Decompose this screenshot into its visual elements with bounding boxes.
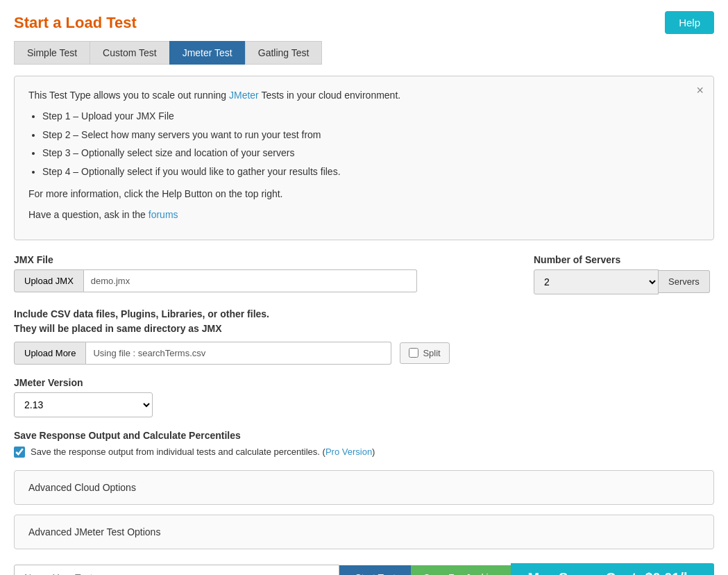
split-text: Split bbox=[423, 348, 440, 358]
step-4: Step 4 – Optionally select if you would … bbox=[42, 164, 700, 179]
save-jenkins-button[interactable]: Save For Jenkins bbox=[411, 565, 511, 575]
bottom-bar: Start Test Save For Jenkins Max Server C… bbox=[14, 563, 714, 575]
file-servers-section: JMX File Upload JMX Number of Servers 2 … bbox=[14, 254, 714, 294]
cost-display: Max Server Cost: $0.01/hr bbox=[511, 563, 714, 575]
tab-custom[interactable]: Custom Test bbox=[90, 41, 169, 65]
csv-file-input[interactable] bbox=[86, 342, 391, 365]
upload-jmx-button[interactable]: Upload JMX bbox=[14, 269, 84, 292]
help-button[interactable]: Help bbox=[665, 11, 714, 34]
advanced-cloud-section[interactable]: Advanced Cloud Options bbox=[14, 470, 714, 505]
advanced-jmeter-label: Advanced JMeter Test Options bbox=[28, 526, 160, 538]
forums-link[interactable]: forums bbox=[149, 209, 178, 220]
page-header: Start a Load Test Help bbox=[14, 11, 714, 34]
servers-group: Number of Servers 2 4 8 16 Servers bbox=[534, 254, 714, 294]
jmx-file-label: JMX File bbox=[14, 254, 506, 265]
advanced-cloud-label: Advanced Cloud Options bbox=[28, 482, 136, 493]
split-checkbox[interactable] bbox=[409, 348, 418, 358]
version-select[interactable]: 2.13 3.0 3.1 3.2 3.3 bbox=[14, 392, 153, 417]
step-2: Step 2 – Select how many servers you wan… bbox=[42, 127, 700, 142]
steps-list: Step 1 – Upload your JMX File Step 2 – S… bbox=[42, 108, 700, 179]
info-footer-2: Have a question, ask in the forums bbox=[28, 207, 700, 222]
info-footer-1: For more information, click the Help But… bbox=[28, 186, 700, 201]
info-intro: This Test Type allows you to scale out r… bbox=[28, 88, 700, 103]
advanced-jmeter-section[interactable]: Advanced JMeter Test Options bbox=[14, 515, 714, 549]
percentiles-text: Save the response output from individual… bbox=[31, 447, 375, 457]
jmx-file-group: JMX File Upload JMX bbox=[14, 254, 506, 292]
version-section: JMeter Version 2.13 3.0 3.1 3.2 3.3 bbox=[14, 377, 714, 417]
csv-input-row: Upload More Split bbox=[14, 342, 714, 365]
start-test-button[interactable]: Start Test bbox=[339, 565, 411, 575]
percentiles-checkbox[interactable] bbox=[14, 447, 25, 458]
test-name-input[interactable] bbox=[14, 565, 339, 575]
servers-row: 2 4 8 16 Servers bbox=[534, 269, 714, 294]
tabs-bar: Simple Test Custom Test Jmeter Test Gatl… bbox=[14, 41, 714, 65]
servers-unit: Servers bbox=[659, 270, 710, 293]
upload-more-button[interactable]: Upload More bbox=[14, 342, 86, 365]
jmeter-link[interactable]: JMeter bbox=[229, 90, 259, 101]
csv-section: Include CSV data files, Plugins, Librari… bbox=[14, 307, 714, 365]
servers-select[interactable]: 2 4 8 16 bbox=[534, 269, 659, 294]
servers-label: Number of Servers bbox=[534, 254, 714, 265]
tab-gatling[interactable]: Gatling Test bbox=[245, 41, 323, 65]
csv-label: Include CSV data files, Plugins, Librari… bbox=[14, 307, 714, 336]
close-button[interactable]: × bbox=[696, 83, 704, 98]
info-box: × This Test Type allows you to scale out… bbox=[14, 76, 714, 240]
percentiles-row: Save the response output from individual… bbox=[14, 447, 714, 458]
tab-simple[interactable]: Simple Test bbox=[14, 41, 90, 65]
jmx-file-row: Upload JMX bbox=[14, 269, 506, 292]
version-label: JMeter Version bbox=[14, 377, 714, 388]
page-title: Start a Load Test bbox=[14, 14, 137, 32]
step-1: Step 1 – Upload your JMX File bbox=[42, 108, 700, 124]
pro-version-link[interactable]: Pro Version bbox=[325, 447, 372, 457]
jmx-file-name-input[interactable] bbox=[84, 269, 417, 292]
tab-jmeter[interactable]: Jmeter Test bbox=[169, 41, 245, 65]
split-label[interactable]: Split bbox=[400, 342, 449, 364]
percentiles-label: Save Response Output and Calculate Perce… bbox=[14, 430, 714, 441]
percentiles-section: Save Response Output and Calculate Perce… bbox=[14, 430, 714, 458]
step-3: Step 3 – Optionally select size and loca… bbox=[42, 145, 700, 160]
